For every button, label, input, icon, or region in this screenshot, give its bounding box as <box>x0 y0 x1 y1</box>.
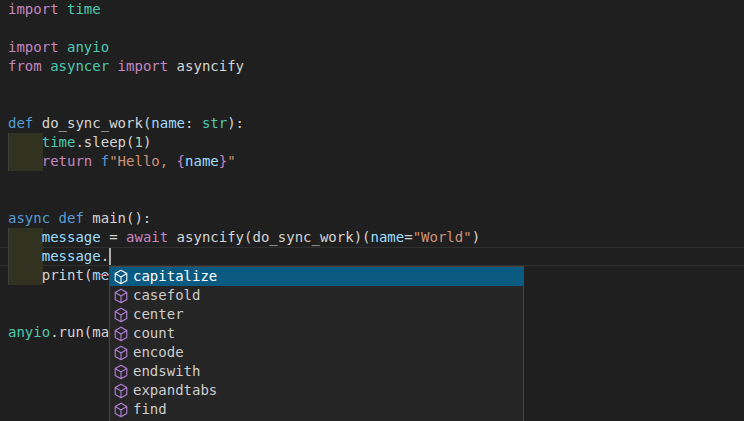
code-line[interactable]: import anyio <box>0 38 744 57</box>
code-token: f <box>101 153 109 169</box>
code-token: from <box>8 58 50 74</box>
suggest-item[interactable]: count <box>110 324 523 343</box>
code-token: import <box>118 58 177 74</box>
code-token: } <box>219 153 227 169</box>
code-token: (): <box>126 210 151 226</box>
method-icon <box>113 326 129 342</box>
method-icon <box>113 402 129 418</box>
code-token: ) <box>472 229 480 245</box>
code-token: " <box>227 153 235 169</box>
suggest-item[interactable]: endswith <box>110 362 523 381</box>
suggest-item[interactable]: center <box>110 305 523 324</box>
code-token: )( <box>354 229 371 245</box>
code-token: return <box>42 153 101 169</box>
code-token: ) <box>143 134 151 150</box>
code-line[interactable] <box>0 19 744 38</box>
method-icon <box>113 269 129 285</box>
code-token: : <box>185 115 202 131</box>
suggest-item[interactable]: expandtabs <box>110 381 523 400</box>
code-line[interactable] <box>0 171 744 190</box>
code-line[interactable]: import time <box>0 0 744 19</box>
code-token: = <box>101 229 126 245</box>
code-token: do_sync_work <box>42 115 143 131</box>
code-token: ): <box>227 115 244 131</box>
suggest-item-label: endswith <box>133 362 200 381</box>
code-token: "World" <box>413 229 472 245</box>
code-line[interactable] <box>0 190 744 209</box>
code-token: do_sync_work <box>252 229 353 245</box>
code-token <box>8 248 42 264</box>
suggest-item-label: encode <box>133 343 184 362</box>
code-line[interactable] <box>0 95 744 114</box>
autocomplete-popup: capitalizecasefoldcentercountencodeendsw… <box>109 266 524 421</box>
code-token: anyio <box>8 324 50 340</box>
code-token: 1 <box>134 134 142 150</box>
code-token: asyncer <box>50 58 117 74</box>
method-icon <box>113 364 129 380</box>
code-token: import <box>8 39 67 55</box>
code-line[interactable]: from asyncer import asyncify <box>0 57 744 76</box>
method-icon <box>113 288 129 304</box>
code-token: import <box>8 1 67 17</box>
code-token: anyio <box>67 39 109 55</box>
code-token: await <box>126 229 177 245</box>
code-token: message <box>42 229 101 245</box>
code-token: name <box>151 115 185 131</box>
code-token: time <box>67 1 101 17</box>
code-token: "Hello, <box>109 153 176 169</box>
code-token: message <box>42 248 101 264</box>
code-token: print <box>42 267 84 283</box>
method-icon <box>113 383 129 399</box>
method-icon <box>113 307 129 323</box>
suggest-item-label: capitalize <box>133 267 217 286</box>
code-token: str <box>202 115 227 131</box>
code-line[interactable]: def do_sync_work(name: str): <box>0 114 744 133</box>
code-token: { <box>177 153 185 169</box>
suggest-item[interactable]: encode <box>110 343 523 362</box>
suggest-item[interactable]: casefold <box>110 286 523 305</box>
code-token: . <box>101 248 109 264</box>
code-token: asyncify <box>177 229 244 245</box>
code-token <box>8 229 42 245</box>
code-token: name <box>371 229 405 245</box>
code-line[interactable]: async def main(): <box>0 209 744 228</box>
code-token: .run( <box>50 324 92 340</box>
current-line-highlight <box>0 247 744 266</box>
code-token <box>8 267 42 283</box>
code-token <box>8 134 42 150</box>
suggest-item-selected[interactable]: capitalize <box>110 267 523 286</box>
suggest-item-label: count <box>133 324 175 343</box>
code-token: name <box>185 153 219 169</box>
suggest-item-label: casefold <box>133 286 200 305</box>
code-line[interactable] <box>0 76 744 95</box>
code-token: time <box>42 134 76 150</box>
suggest-item-label: center <box>133 305 184 324</box>
code-token: .sleep( <box>75 134 134 150</box>
code-token: asyncify <box>177 58 244 74</box>
suggest-item-label: find <box>133 400 167 419</box>
code-token: async def <box>8 210 92 226</box>
code-token: def <box>8 115 42 131</box>
code-line-current[interactable]: message. <box>0 247 744 266</box>
code-token <box>8 153 42 169</box>
method-icon <box>113 345 129 361</box>
code-token: main <box>92 210 126 226</box>
code-line[interactable]: return f"Hello, {name}" <box>0 152 744 171</box>
code-editor[interactable]: import timeimport anyiofrom asyncer impo… <box>0 0 744 421</box>
code-line[interactable]: time.sleep(1) <box>0 133 744 152</box>
code-line[interactable]: message = await asyncify(do_sync_work)(n… <box>0 228 744 247</box>
code-token: = <box>404 229 412 245</box>
suggest-item-label: expandtabs <box>133 381 217 400</box>
suggest-item[interactable]: find <box>110 400 523 419</box>
text-cursor <box>109 248 111 265</box>
